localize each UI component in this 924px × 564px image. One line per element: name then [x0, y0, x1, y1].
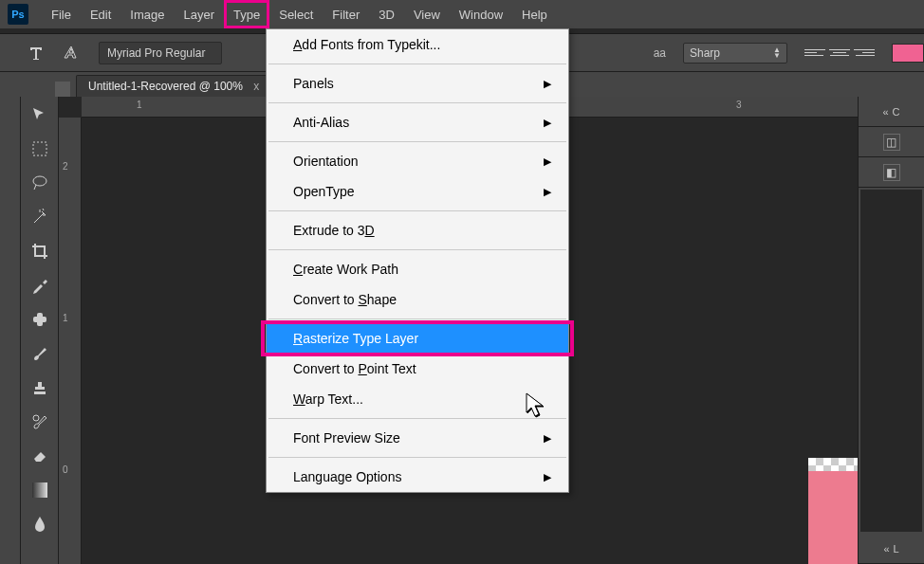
- menu-item-label: Font Preview Size: [293, 430, 400, 446]
- panel-gap: [860, 190, 922, 532]
- menu-item-orientation[interactable]: Orientation▶: [267, 146, 568, 176]
- menu-item-label: Language Options: [293, 469, 401, 484]
- align-center-button[interactable]: [829, 45, 850, 62]
- menu-item-language-options[interactable]: Language Options▶: [267, 462, 568, 492]
- svg-point-1: [33, 176, 46, 186]
- menu-type[interactable]: Type: [224, 0, 269, 28]
- menu-file[interactable]: File: [42, 0, 81, 28]
- menu-select[interactable]: Select: [269, 0, 323, 28]
- menu-item-opentype[interactable]: OpenType▶: [267, 176, 568, 207]
- font-name: Myriad Pro Regular: [107, 46, 205, 60]
- cube-icon: ◫: [883, 134, 900, 151]
- minimize-icon: «: [883, 543, 889, 555]
- menu-3d[interactable]: 3D: [369, 0, 404, 28]
- type-menu-dropdown: Add Fonts from Typekit...Panels▶Anti-Ali…: [266, 28, 569, 493]
- menu-item-convert-to-shape[interactable]: Convert to Shape: [267, 284, 568, 315]
- swatch-icon: ◧: [883, 164, 900, 181]
- move-tool-icon[interactable]: [28, 102, 52, 127]
- eraser-tool-icon[interactable]: [28, 444, 52, 468]
- svg-rect-5: [32, 482, 47, 498]
- ruler-tick: 2: [63, 161, 68, 172]
- photoshop-logo: Ps: [8, 4, 28, 25]
- menu-image[interactable]: Image: [120, 0, 174, 28]
- align-left-button[interactable]: [804, 45, 825, 62]
- menu-separator: [268, 64, 566, 64]
- menu-item-create-work-path[interactable]: Create Work Path: [267, 254, 568, 284]
- lasso-tool-icon[interactable]: [28, 171, 52, 195]
- submenu-arrow-icon: ▶: [544, 471, 551, 483]
- menu-item-rasterize-type-layer[interactable]: Rasterize Type Layer: [267, 323, 568, 354]
- panel-letter: C: [893, 106, 900, 118]
- menu-filter[interactable]: Filter: [323, 0, 369, 28]
- svg-point-4: [33, 415, 39, 421]
- menu-view[interactable]: View: [404, 0, 450, 28]
- submenu-arrow-icon: ▶: [544, 117, 551, 129]
- antialias-label: aa: [654, 46, 666, 60]
- panel-button[interactable]: ◧: [859, 157, 924, 188]
- gradient-tool-icon[interactable]: [28, 478, 52, 502]
- menu-item-label: Anti-Alias: [293, 115, 349, 130]
- menu-item-label: Panels: [293, 76, 334, 91]
- ruler-tick: 3: [736, 100, 742, 110]
- svg-rect-0: [33, 142, 46, 155]
- history-brush-tool-icon[interactable]: [28, 409, 52, 434]
- marquee-tool-icon[interactable]: [28, 136, 52, 161]
- menu-separator: [268, 318, 566, 319]
- magic-wand-tool-icon[interactable]: [28, 205, 52, 229]
- antialias-value: Sharp: [690, 46, 720, 60]
- menu-separator: [268, 418, 566, 419]
- menubar: Ps FileEditImageLayerTypeSelectFilter3DV…: [0, 0, 924, 28]
- menu-item-extrude-to-3d[interactable]: Extrude to 3D: [267, 215, 568, 246]
- brush-tool-icon[interactable]: [28, 341, 52, 366]
- panel-button[interactable]: ◫: [859, 127, 924, 157]
- crop-tool-icon[interactable]: [28, 239, 52, 264]
- menu-separator: [268, 102, 566, 103]
- menu-separator: [268, 210, 566, 211]
- menu-item-label: Create Work Path: [293, 262, 398, 277]
- menu-item-label: Convert to Point Text: [293, 361, 416, 376]
- menu-edit[interactable]: Edit: [81, 0, 120, 28]
- eyedropper-tool-icon[interactable]: [28, 273, 52, 298]
- menu-item-panels[interactable]: Panels▶: [267, 68, 568, 99]
- ruler-tick: 0: [63, 464, 68, 475]
- menu-item-label: Warp Text...: [293, 391, 363, 407]
- panel-tab[interactable]: « C: [859, 97, 924, 127]
- ruler-tick: 1: [63, 313, 68, 323]
- antialias-select[interactable]: Sharp ▲▼: [683, 43, 787, 64]
- menu-item-anti-alias[interactable]: Anti-Alias▶: [267, 107, 568, 137]
- menu-separator: [268, 141, 566, 142]
- tab-arrange-icon[interactable]: [55, 82, 70, 97]
- menu-window[interactable]: Window: [450, 0, 512, 28]
- menu-layer[interactable]: Layer: [175, 0, 225, 28]
- menu-item-warp-text[interactable]: Warp Text...: [267, 384, 568, 414]
- document-tab[interactable]: Untitled-1-Recovered @ 100% x: [76, 75, 271, 97]
- blur-tool-icon[interactable]: [28, 512, 52, 537]
- menu-item-add-fonts-from-typekit[interactable]: Add Fonts from Typekit...: [267, 29, 568, 60]
- menu-item-label: OpenType: [293, 184, 355, 199]
- stamp-tool-icon[interactable]: [28, 375, 52, 400]
- menu-item-label: Extrude to 3D: [293, 223, 375, 238]
- panel-tab[interactable]: « L: [859, 534, 924, 564]
- tab-close-icon[interactable]: x: [253, 80, 259, 93]
- menu-separator: [268, 249, 566, 250]
- align-right-button[interactable]: [854, 45, 875, 62]
- orientation-toggle-icon[interactable]: [63, 44, 82, 63]
- menu-item-font-preview-size[interactable]: Font Preview Size▶: [267, 423, 568, 453]
- artwork-shape: [808, 471, 858, 564]
- healing-tool-icon[interactable]: [28, 307, 52, 332]
- submenu-arrow-icon: ▶: [544, 78, 551, 90]
- menu-item-convert-to-point-text[interactable]: Convert to Point Text: [267, 354, 568, 384]
- menu-item-label: Convert to Shape: [293, 292, 397, 307]
- left-edge-strip: [0, 97, 21, 564]
- stepper-icon: ▲▼: [773, 47, 781, 59]
- submenu-arrow-icon: ▶: [544, 155, 551, 168]
- menu-item-label: Rasterize Type Layer: [293, 331, 418, 346]
- type-tool-icon: [27, 44, 46, 63]
- text-color-swatch[interactable]: [892, 44, 924, 63]
- tab-title: Untitled-1-Recovered @ 100%: [88, 80, 243, 93]
- menu-help[interactable]: Help: [512, 0, 557, 28]
- menu-item-label: Add Fonts from Typekit...: [293, 37, 440, 52]
- font-family-select[interactable]: Myriad Pro Regular: [99, 42, 222, 64]
- menu-separator: [268, 457, 566, 458]
- ruler-tick: 1: [137, 100, 142, 110]
